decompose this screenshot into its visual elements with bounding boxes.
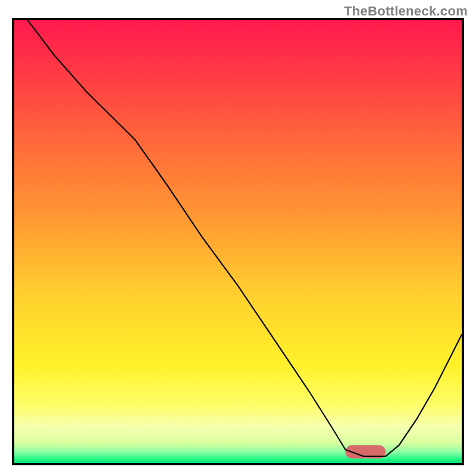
watermark-text: TheBottleneck.com	[344, 4, 468, 19]
chart-svg	[14, 20, 462, 463]
plot-area	[12, 18, 464, 465]
